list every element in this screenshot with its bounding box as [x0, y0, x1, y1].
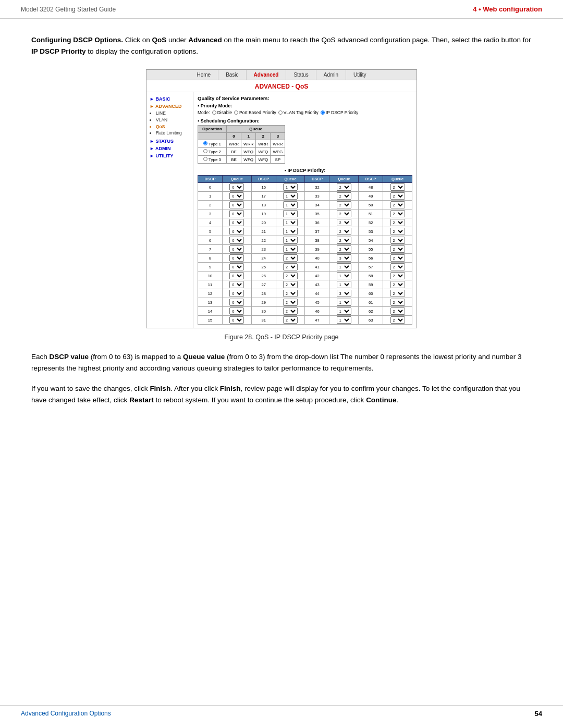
port-based-radio[interactable]	[234, 110, 238, 115]
dscp-queue-select-40[interactable]: 0123	[337, 254, 351, 262]
dscp-queue-35[interactable]: 0123	[329, 209, 359, 218]
dscp-queue-select-45[interactable]: 0123	[337, 299, 351, 306]
dscp-queue-39[interactable]: 0123	[329, 245, 359, 254]
dscp-queue-select-17[interactable]: 0123	[283, 192, 298, 200]
dscp-queue-28[interactable]: 0123	[276, 289, 305, 298]
nav-basic[interactable]: Basic	[218, 70, 246, 80]
dscp-queue-select-19[interactable]: 0123	[283, 210, 298, 217]
dscp-queue-select-34[interactable]: 0123	[337, 201, 351, 208]
dscp-queue-select-63[interactable]: 0123	[390, 316, 405, 324]
dscp-queue-38[interactable]: 0123	[329, 236, 359, 245]
dscp-queue-select-28[interactable]: 0123	[283, 290, 298, 297]
dscp-queue-30[interactable]: 0123	[276, 307, 305, 316]
dscp-queue-select-11[interactable]: 0123	[229, 281, 244, 288]
dscp-queue-select-14[interactable]: 0123	[229, 307, 244, 315]
dscp-queue-44[interactable]: 0123	[329, 289, 359, 298]
dscp-queue-22[interactable]: 0123	[276, 236, 305, 245]
dscp-queue-43[interactable]: 0123	[329, 280, 359, 289]
dscp-queue-select-61[interactable]: 0123	[390, 299, 405, 306]
dscp-queue-20[interactable]: 0123	[276, 218, 305, 227]
dscp-queue-12[interactable]: 0123	[223, 289, 252, 298]
dscp-queue-34[interactable]: 0123	[329, 201, 359, 209]
dscp-queue-6[interactable]: 0123	[223, 236, 252, 245]
dscp-queue-select-33[interactable]: 0123	[337, 192, 351, 200]
dscp-queue-select-13[interactable]: 0123	[229, 299, 244, 306]
nav-home[interactable]: Home	[189, 70, 218, 80]
dscp-queue-57[interactable]: 0123	[383, 263, 412, 272]
dscp-queue-select-9[interactable]: 0123	[229, 263, 244, 270]
dscp-queue-61[interactable]: 0123	[383, 298, 412, 307]
dscp-queue-37[interactable]: 0123	[329, 227, 359, 236]
disable-option[interactable]: Disable	[212, 110, 232, 115]
dscp-queue-select-38[interactable]: 0123	[337, 237, 351, 244]
dscp-queue-select-32[interactable]: 0123	[337, 183, 351, 191]
dscp-queue-48[interactable]: 0123	[383, 183, 412, 192]
dscp-queue-50[interactable]: 0123	[383, 201, 412, 209]
dscp-queue-select-52[interactable]: 0123	[390, 219, 405, 226]
sidebar-qos[interactable]: QoS	[156, 124, 190, 130]
dscp-queue-select-51[interactable]: 0123	[390, 210, 405, 217]
sched-type3-radio[interactable]	[203, 157, 207, 161]
dscp-queue-45[interactable]: 0123	[329, 298, 359, 307]
dscp-queue-select-29[interactable]: 0123	[283, 299, 298, 306]
dscp-queue-52[interactable]: 0123	[383, 218, 412, 227]
dscp-queue-21[interactable]: 0123	[276, 227, 305, 236]
dscp-queue-select-59[interactable]: 0123	[390, 281, 405, 288]
dscp-queue-7[interactable]: 0123	[223, 245, 252, 254]
dscp-queue-select-31[interactable]: 0123	[283, 316, 298, 324]
sidebar-status-title[interactable]: ► STATUS	[150, 139, 190, 144]
dscp-queue-select-1[interactable]: 0123	[229, 192, 244, 200]
dscp-queue-13[interactable]: 0123	[223, 298, 252, 307]
dscp-queue-26[interactable]: 0123	[276, 272, 305, 280]
dscp-queue-select-16[interactable]: 0123	[283, 183, 298, 191]
dscp-queue-41[interactable]: 0123	[329, 263, 359, 272]
dscp-queue-56[interactable]: 0123	[383, 254, 412, 263]
dscp-queue-select-26[interactable]: 0123	[283, 272, 298, 279]
dscp-queue-select-49[interactable]: 0123	[390, 192, 405, 200]
dscp-queue-select-3[interactable]: 0123	[229, 210, 244, 217]
dscp-queue-select-20[interactable]: 0123	[283, 219, 298, 226]
dscp-queue-select-58[interactable]: 0123	[390, 272, 405, 279]
dscp-queue-0[interactable]: 0123	[223, 183, 252, 192]
dscp-queue-19[interactable]: 0123	[276, 209, 305, 218]
dscp-queue-select-47[interactable]: 0123	[337, 316, 351, 324]
dscp-queue-select-43[interactable]: 0123	[337, 281, 351, 288]
sidebar-admin-title[interactable]: ► ADMIN	[150, 146, 190, 151]
nav-status[interactable]: Status	[286, 70, 316, 80]
nav-utility[interactable]: Utility	[346, 70, 373, 80]
dscp-queue-10[interactable]: 0123	[223, 272, 252, 280]
dscp-queue-53[interactable]: 0123	[383, 227, 412, 236]
dscp-queue-40[interactable]: 0123	[329, 254, 359, 263]
dscp-queue-27[interactable]: 0123	[276, 280, 305, 289]
dscp-queue-select-2[interactable]: 0123	[229, 201, 244, 208]
dscp-queue-8[interactable]: 0123	[223, 254, 252, 263]
dscp-queue-4[interactable]: 0123	[223, 218, 252, 227]
disable-radio[interactable]	[212, 110, 216, 115]
dscp-queue-29[interactable]: 0123	[276, 298, 305, 307]
dscp-queue-54[interactable]: 0123	[383, 236, 412, 245]
dscp-queue-select-30[interactable]: 0123	[283, 307, 298, 315]
dscp-queue-46[interactable]: 0123	[329, 307, 359, 316]
ip-dscp-option[interactable]: IP DSCP Priority	[321, 110, 359, 115]
nav-advanced[interactable]: Advanced	[247, 70, 287, 80]
dscp-queue-select-48[interactable]: 0123	[390, 183, 405, 191]
dscp-queue-select-36[interactable]: 0123	[337, 219, 351, 226]
dscp-queue-59[interactable]: 0123	[383, 280, 412, 289]
nav-admin[interactable]: Admin	[316, 70, 346, 80]
dscp-queue-select-18[interactable]: 0123	[283, 201, 298, 208]
dscp-queue-11[interactable]: 0123	[223, 280, 252, 289]
dscp-queue-select-35[interactable]: 0123	[337, 210, 351, 217]
dscp-queue-select-10[interactable]: 0123	[229, 272, 244, 279]
dscp-queue-select-27[interactable]: 0123	[283, 281, 298, 288]
dscp-queue-49[interactable]: 0123	[383, 192, 412, 201]
sidebar-rate-limiting[interactable]: Rate Limiting	[156, 130, 190, 137]
dscp-queue-47[interactable]: 0123	[329, 316, 359, 325]
sidebar-vlan[interactable]: VLAN	[156, 117, 190, 124]
dscp-queue-18[interactable]: 0123	[276, 201, 305, 209]
dscp-queue-55[interactable]: 0123	[383, 245, 412, 254]
vlan-tag-option[interactable]: VLAN Tag Priority	[278, 110, 319, 115]
dscp-queue-3[interactable]: 0123	[223, 209, 252, 218]
dscp-queue-select-25[interactable]: 0123	[283, 263, 298, 270]
dscp-queue-9[interactable]: 0123	[223, 263, 252, 272]
dscp-queue-62[interactable]: 0123	[383, 307, 412, 316]
